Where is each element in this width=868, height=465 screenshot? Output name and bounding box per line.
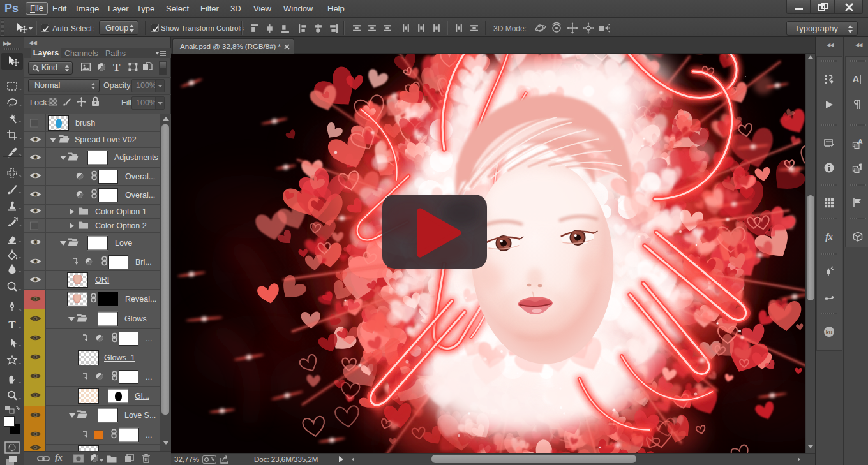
svg-text:A: A — [853, 73, 860, 84]
svg-text:fx: fx — [825, 232, 833, 242]
svg-text:T: T — [8, 319, 16, 331]
svg-text:ku: ku — [826, 329, 833, 336]
svg-text:A: A — [858, 138, 863, 145]
